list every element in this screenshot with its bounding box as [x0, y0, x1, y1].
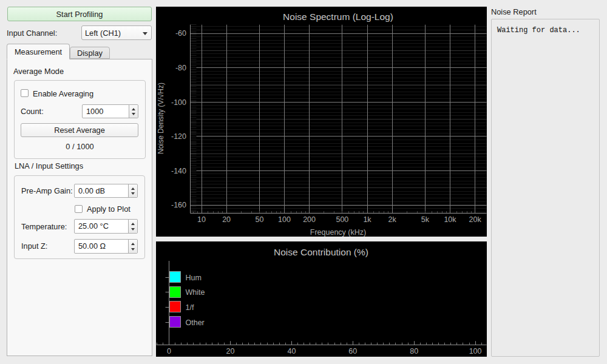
svg-text:80: 80 — [410, 347, 418, 356]
svg-text:20: 20 — [226, 347, 235, 356]
svg-text:0: 0 — [167, 347, 171, 356]
svg-text:White: White — [186, 288, 205, 297]
svg-text:Noise Density (V/√Hz): Noise Density (V/√Hz) — [157, 83, 165, 154]
svg-text:2k: 2k — [388, 215, 396, 224]
svg-text:-160: -160 — [171, 201, 186, 209]
svg-text:1/f: 1/f — [186, 303, 194, 312]
svg-text:50: 50 — [255, 215, 263, 224]
svg-text:Hum: Hum — [186, 274, 202, 282]
svg-text:20k: 20k — [469, 215, 482, 224]
svg-text:-120: -120 — [171, 132, 186, 141]
svg-text:10: 10 — [197, 215, 206, 224]
svg-text:100: 100 — [469, 347, 482, 356]
svg-text:40: 40 — [287, 347, 296, 356]
svg-text:500: 500 — [336, 215, 348, 224]
svg-text:20: 20 — [222, 215, 231, 224]
svg-text:Noise Contribution (%): Noise Contribution (%) — [274, 247, 368, 257]
svg-text:Frequency (kHz): Frequency (kHz) — [310, 228, 366, 237]
svg-text:200: 200 — [303, 215, 316, 224]
svg-text:1k: 1k — [363, 215, 371, 224]
svg-text:Other: Other — [186, 318, 205, 327]
svg-text:-80: -80 — [175, 64, 186, 72]
svg-text:60: 60 — [348, 347, 357, 356]
svg-text:-60: -60 — [175, 29, 186, 38]
svg-text:100: 100 — [278, 215, 291, 224]
svg-text:-100: -100 — [171, 98, 186, 107]
svg-text:-140: -140 — [171, 167, 186, 175]
svg-text:Noise Spectrum (Log-Log): Noise Spectrum (Log-Log) — [283, 12, 393, 22]
svg-text:10k: 10k — [444, 215, 456, 224]
svg-text:5k: 5k — [421, 215, 430, 224]
